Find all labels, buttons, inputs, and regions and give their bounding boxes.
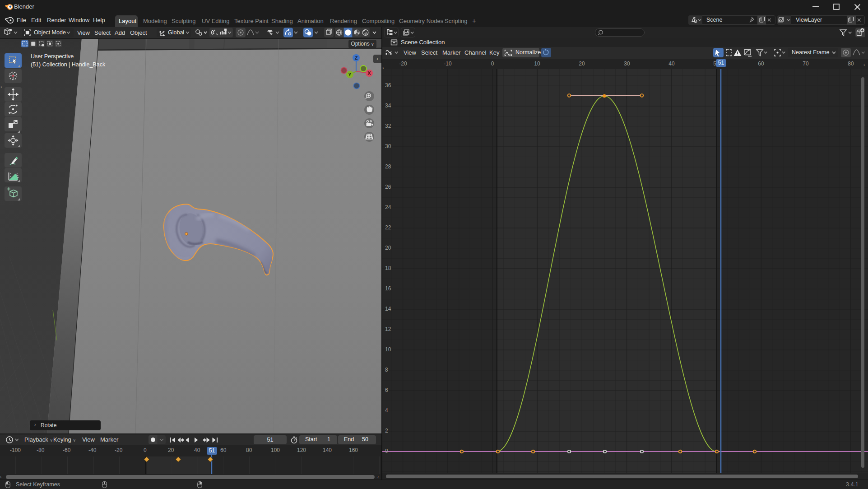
svg-text:Z: Z: [355, 55, 358, 61]
svg-text:X: X: [367, 70, 371, 76]
svg-text:Y: Y: [348, 72, 352, 77]
